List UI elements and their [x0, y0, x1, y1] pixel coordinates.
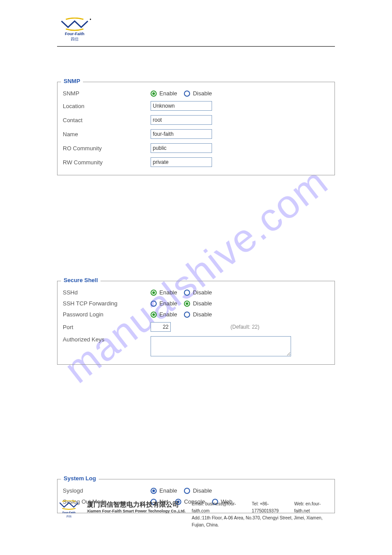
authorized-keys-label: Authorized Keys [63, 336, 151, 343]
pwd-disable-label: Disable [193, 311, 212, 318]
location-input[interactable] [151, 101, 212, 111]
footer-email: Email: business@four-faith.com [192, 501, 252, 515]
footer-tel: Tel: +86-17750019379 [252, 501, 295, 515]
rw-community-label: RW Community [63, 159, 151, 166]
page-footer: Four-Faith 四信 厦门四信智慧电力科技有限公司 Xiamen Four… [57, 501, 335, 529]
authorized-keys-textarea[interactable] [151, 336, 291, 356]
pwd-disable-radio[interactable] [184, 312, 190, 318]
four-faith-logo: Four-Faith 四信 [57, 18, 92, 42]
password-login-label: Password Login [63, 311, 151, 318]
snmp-enable-radio[interactable] [151, 91, 157, 97]
ssh-tcp-enable-radio[interactable] [151, 301, 157, 307]
sshd-enable-radio[interactable] [151, 290, 157, 296]
port-label: Port [63, 324, 151, 330]
pwd-enable-label: Enable [159, 311, 177, 318]
sshd-disable-radio[interactable] [184, 290, 190, 296]
svg-text:四信: 四信 [66, 515, 72, 518]
ssh-tcp-forwarding-label: SSH TCP Forwarding [63, 300, 151, 307]
contact-label: Contact [63, 117, 151, 123]
ro-community-input[interactable] [151, 143, 212, 153]
location-label: Location [63, 103, 151, 109]
syslogd-disable-radio[interactable] [184, 488, 190, 494]
snmp-fieldset: SNMP SNMP Enable Disable Location Contac… [57, 82, 335, 175]
name-input[interactable] [151, 129, 212, 139]
pwd-enable-radio[interactable] [151, 312, 157, 318]
footer-address: Add.:11th Floor, A-06 Area, No.370, Chen… [192, 515, 335, 529]
footer-logo: Four-Faith 四信 [57, 501, 81, 518]
snmp-disable-radio[interactable] [184, 91, 190, 97]
port-hint: (Default: 22) [230, 324, 259, 330]
secure-shell-fieldset: Secure Shell SSHd Enable Disable SSH TCP… [57, 281, 335, 365]
svg-point-0 [90, 19, 91, 20]
ro-community-label: RO Community [63, 145, 151, 152]
svg-text:四信: 四信 [71, 37, 79, 41]
ssh-tcp-enable-label: Enable [159, 300, 177, 307]
syslogd-enable-label: Enable [159, 487, 177, 494]
footer-company-en: Xiamen Four-Faith Smart Power Technology… [87, 509, 186, 513]
syslogd-disable-label: Disable [193, 487, 212, 494]
snmp-label: SNMP [63, 90, 151, 97]
snmp-enable-label: Enable [159, 90, 177, 97]
snmp-disable-label: Disable [193, 90, 212, 97]
secure-shell-legend: Secure Shell [61, 277, 101, 283]
page-header: Four-Faith 四信 [57, 18, 335, 47]
syslogd-enable-radio[interactable] [151, 488, 157, 494]
system-log-legend: System Log [61, 475, 99, 482]
ssh-tcp-disable-radio[interactable] [184, 301, 190, 307]
port-input[interactable] [151, 322, 171, 332]
sshd-label: SSHd [63, 289, 151, 296]
rw-community-input[interactable] [151, 157, 212, 167]
svg-text:Four-Faith: Four-Faith [65, 32, 85, 36]
ssh-tcp-disable-label: Disable [193, 300, 212, 307]
footer-web: Web: en.four-faith.net [294, 501, 335, 515]
sshd-enable-label: Enable [159, 289, 177, 296]
snmp-legend: SNMP [61, 78, 83, 84]
sshd-disable-label: Disable [193, 289, 212, 296]
svg-text:Four-Faith: Four-Faith [62, 511, 76, 514]
contact-input[interactable] [151, 115, 212, 125]
name-label: Name [63, 131, 151, 138]
footer-company-cn: 厦门四信智慧电力科技有限公司 [87, 501, 186, 509]
syslogd-label: Syslogd [63, 487, 151, 494]
